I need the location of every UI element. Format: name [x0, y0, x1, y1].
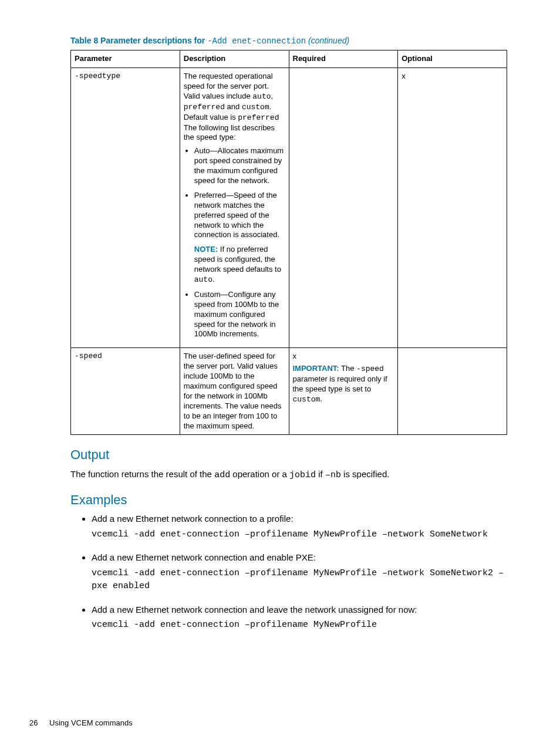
examples-list: Add a new Ethernet network connection to…	[81, 513, 507, 632]
table-row: -speed The user-defined speed for the se…	[71, 348, 507, 435]
required-speed: x IMPORTANT: The -speed parameter is req…	[289, 348, 398, 435]
bullet-preferred: Preferred—Speed of the network matches t…	[194, 191, 285, 285]
example-code: vcemcli -add enet-connection –profilenam…	[92, 567, 507, 593]
caption-suffix: (continued)	[306, 36, 349, 45]
param-speedtype: -speedtype	[71, 68, 180, 348]
example-item: Add a new Ethernet network connection an…	[92, 552, 507, 593]
table-caption: Table 8 Parameter descriptions for -Add …	[70, 35, 507, 46]
bullet-custom: Custom—Configure any speed from 100Mb to…	[194, 290, 285, 339]
header-description: Description	[180, 50, 289, 68]
param-speed: -speed	[71, 348, 180, 435]
table-row: -speedtype The requested operational spe…	[71, 68, 507, 348]
output-text: The function returns the result of the a…	[70, 468, 507, 481]
required-speedtype	[289, 68, 398, 348]
parameters-table: Parameter Description Required Optional …	[70, 50, 507, 435]
example-item: Add a new Ethernet network connection an…	[92, 604, 507, 632]
note-label: NOTE:	[194, 245, 218, 254]
example-item: Add a new Ethernet network connection to…	[92, 513, 507, 541]
header-parameter: Parameter	[71, 50, 180, 68]
caption-prefix: Table 8 Parameter descriptions for	[70, 36, 207, 45]
important-label: IMPORTANT:	[293, 364, 339, 373]
bullet-auto: Auto—Allocates maximum port speed constr…	[194, 146, 285, 186]
optional-speedtype: x	[398, 68, 507, 348]
desc-speedtype: The requested operational speed for the …	[180, 68, 289, 348]
example-code: vcemcli -add enet-connection –profilenam…	[92, 528, 507, 542]
header-optional: Optional	[398, 50, 507, 68]
examples-heading: Examples	[70, 492, 507, 509]
desc-speed: The user-defined speed for the server po…	[180, 348, 289, 435]
optional-speed	[398, 348, 507, 435]
header-required: Required	[289, 50, 398, 68]
example-code: vcemcli -add enet-connection –profilenam…	[92, 619, 507, 632]
output-heading: Output	[70, 447, 507, 464]
caption-code: -Add enet-connection	[207, 36, 306, 46]
